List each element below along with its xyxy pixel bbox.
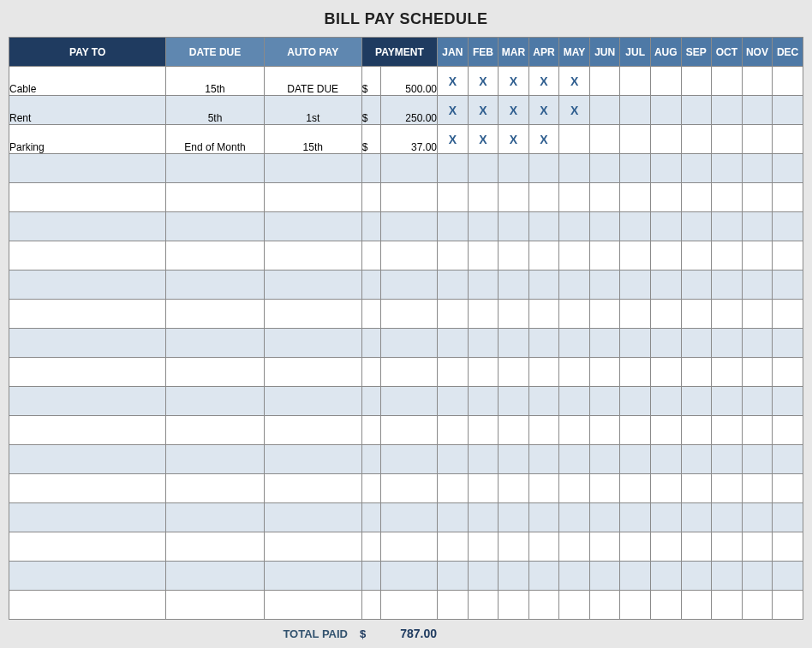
cell-datedue[interactable]: 5th [166, 96, 264, 125]
cell-month[interactable] [589, 67, 620, 96]
cell-month[interactable] [773, 154, 803, 183]
cell-amount[interactable] [380, 387, 437, 416]
cell-payto[interactable] [9, 154, 166, 183]
cell-month[interactable] [468, 358, 499, 387]
cell-month[interactable] [712, 445, 743, 474]
cell-month[interactable] [589, 212, 620, 241]
cell-month[interactable] [681, 474, 712, 503]
cell-autopay[interactable] [264, 416, 361, 445]
cell-month[interactable] [773, 503, 803, 532]
cell-month[interactable] [528, 300, 559, 329]
cell-month[interactable] [589, 416, 620, 445]
cell-amount[interactable]: 500.00 [380, 67, 437, 96]
cell-month[interactable] [620, 503, 651, 532]
cell-month[interactable]: X [528, 125, 559, 154]
cell-autopay[interactable] [264, 474, 361, 503]
cell-month[interactable] [468, 154, 499, 183]
cell-month[interactable] [773, 125, 803, 154]
cell-amount[interactable] [380, 445, 437, 474]
cell-month[interactable] [773, 474, 803, 503]
cell-month[interactable] [438, 562, 469, 591]
cell-month[interactable]: X [468, 96, 499, 125]
cell-month[interactable] [712, 125, 743, 154]
cell-datedue[interactable] [166, 183, 264, 212]
cell-month[interactable] [559, 445, 590, 474]
cell-month[interactable] [681, 67, 712, 96]
cell-autopay[interactable] [264, 591, 361, 620]
cell-month[interactable] [712, 67, 743, 96]
cell-month[interactable] [468, 503, 499, 532]
cell-month[interactable] [712, 96, 743, 125]
cell-month[interactable] [650, 562, 681, 591]
cell-month[interactable] [712, 154, 743, 183]
cell-month[interactable] [650, 67, 681, 96]
cell-datedue[interactable] [166, 387, 264, 416]
cell-month[interactable] [559, 125, 590, 154]
cell-month[interactable] [438, 358, 469, 387]
cell-autopay[interactable] [264, 532, 361, 562]
cell-amount[interactable] [380, 503, 437, 532]
cell-month[interactable] [742, 300, 773, 329]
cell-autopay[interactable] [264, 154, 361, 183]
cell-month[interactable] [773, 183, 803, 212]
cell-month[interactable] [681, 96, 712, 125]
cell-month[interactable] [742, 503, 773, 532]
cell-month[interactable] [620, 474, 651, 503]
cell-month[interactable] [650, 358, 681, 387]
cell-month[interactable] [468, 474, 499, 503]
cell-autopay[interactable] [264, 358, 361, 387]
cell-month[interactable] [773, 270, 803, 300]
cell-autopay[interactable] [264, 270, 361, 300]
cell-month[interactable] [742, 387, 773, 416]
cell-amount[interactable] [380, 358, 437, 387]
cell-month[interactable] [650, 212, 681, 241]
cell-month[interactable] [589, 154, 620, 183]
cell-month[interactable] [681, 154, 712, 183]
cell-payto[interactable]: Cable [9, 67, 166, 96]
cell-amount[interactable] [380, 212, 437, 241]
cell-datedue[interactable] [166, 270, 264, 300]
cell-month[interactable] [468, 445, 499, 474]
cell-month[interactable]: X [499, 96, 529, 125]
cell-month[interactable]: X [499, 67, 529, 96]
cell-month[interactable] [681, 387, 712, 416]
cell-month[interactable] [559, 183, 590, 212]
cell-autopay[interactable]: 15th [264, 125, 361, 154]
cell-month[interactable] [742, 270, 773, 300]
cell-month[interactable] [681, 591, 712, 620]
cell-month[interactable] [681, 329, 712, 358]
cell-month[interactable] [712, 474, 743, 503]
cell-month[interactable] [589, 591, 620, 620]
cell-amount[interactable] [380, 416, 437, 445]
cell-month[interactable] [620, 562, 651, 591]
cell-month[interactable] [589, 358, 620, 387]
cell-month[interactable] [528, 474, 559, 503]
cell-month[interactable] [742, 241, 773, 270]
cell-payto[interactable] [9, 300, 166, 329]
cell-month[interactable] [559, 562, 590, 591]
cell-month[interactable] [650, 474, 681, 503]
cell-month[interactable] [559, 329, 590, 358]
cell-month[interactable] [559, 416, 590, 445]
cell-month[interactable] [528, 445, 559, 474]
cell-month[interactable] [681, 445, 712, 474]
cell-month[interactable] [468, 183, 499, 212]
cell-month[interactable] [773, 67, 803, 96]
cell-datedue[interactable] [166, 329, 264, 358]
cell-datedue[interactable] [166, 212, 264, 241]
cell-month[interactable] [773, 212, 803, 241]
cell-month[interactable] [559, 474, 590, 503]
cell-month[interactable] [773, 387, 803, 416]
cell-month[interactable] [681, 212, 712, 241]
cell-month[interactable] [559, 387, 590, 416]
cell-month[interactable] [468, 416, 499, 445]
cell-month[interactable] [620, 387, 651, 416]
cell-amount[interactable]: 250.00 [380, 96, 437, 125]
cell-amount[interactable] [380, 300, 437, 329]
cell-month[interactable] [620, 154, 651, 183]
cell-month[interactable] [681, 503, 712, 532]
cell-month[interactable] [742, 329, 773, 358]
cell-month[interactable] [773, 329, 803, 358]
cell-amount[interactable] [380, 562, 437, 591]
cell-month[interactable]: X [438, 67, 469, 96]
